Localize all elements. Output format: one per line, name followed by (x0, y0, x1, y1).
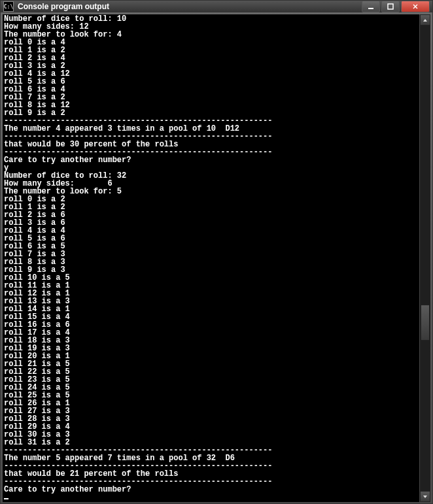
minimize-button[interactable] (362, 1, 380, 12)
maximize-icon (387, 3, 394, 10)
r1-look: 4 (117, 30, 122, 39)
chevron-down-icon (423, 494, 428, 499)
svg-rect-0 (368, 8, 373, 9)
r2-again-prompt: Care to try another number? (4, 485, 131, 494)
scroll-down-button[interactable] (420, 491, 430, 502)
client-area: Number of dice to roll: 10 How many side… (3, 14, 430, 502)
window-title: Console program output (18, 2, 362, 11)
r2-look: 5 (117, 187, 122, 196)
close-button[interactable] (401, 1, 430, 12)
svg-rect-1 (388, 4, 393, 9)
scroll-track[interactable] (420, 25, 430, 491)
minimize-icon (368, 3, 374, 10)
titlebar[interactable]: C:\ Console program output (1, 1, 432, 12)
maximize-button[interactable] (381, 1, 400, 12)
scroll-thumb[interactable] (421, 305, 430, 341)
close-icon (412, 3, 419, 10)
scroll-up-button[interactable] (420, 14, 430, 25)
window-controls (362, 1, 430, 12)
app-icon: C:\ (3, 1, 14, 12)
svg-marker-4 (423, 19, 427, 22)
console-output[interactable]: Number of dice to roll: 10 How many side… (3, 14, 419, 502)
r1-dice-count: 10 (117, 14, 126, 24)
cursor (4, 498, 9, 499)
r2-dice-count: 32 (117, 171, 126, 180)
vertical-scrollbar[interactable] (419, 14, 430, 502)
chevron-up-icon (423, 18, 428, 23)
r1-again-prompt: Care to try another number? (4, 156, 131, 165)
svg-marker-5 (423, 496, 427, 498)
window-frame: C:\ Console program output Number of dic… (0, 0, 433, 504)
